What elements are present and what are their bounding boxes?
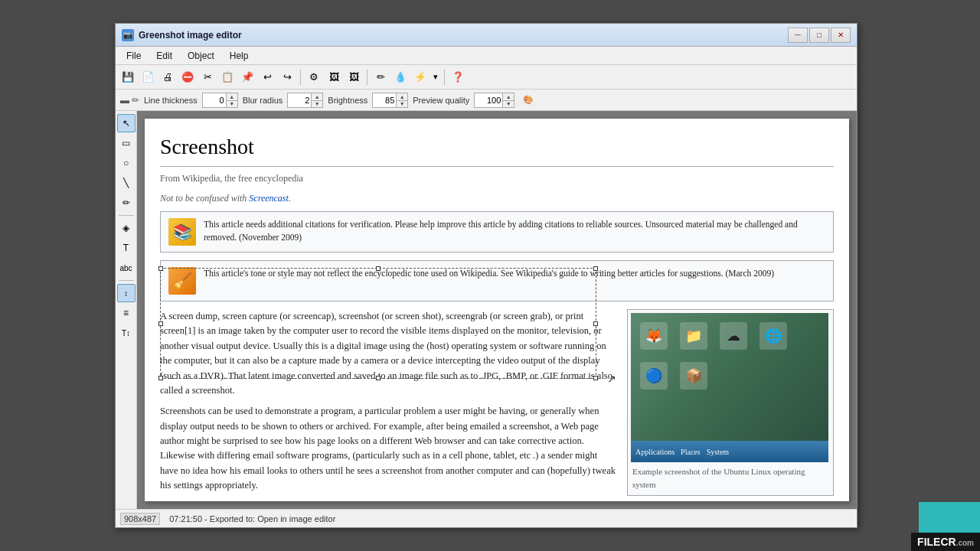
select-tool[interactable]: ↖ [117, 114, 136, 132]
lt-sep2 [119, 280, 134, 281]
confused-notice: Not to be confused with Screencast. [160, 191, 834, 205]
open-button[interactable]: 🖼 [345, 68, 363, 86]
desktop-icon-2: 📁 [680, 322, 707, 350]
line-thickness-spinbox[interactable]: 0 ▲ ▼ [202, 93, 238, 108]
title-bar: 📷 Greenshot image editor ─ □ ✕ [116, 24, 857, 47]
blur-radius-input[interactable]: 2 [288, 93, 311, 107]
infobox-citations-text: This article needs additional citations … [204, 218, 825, 245]
options-bar: ▬ ✏ Line thickness 0 ▲ ▼ Blur radius 2 ▲… [116, 90, 857, 111]
blur-radius-down[interactable]: ▼ [312, 100, 322, 107]
menu-object[interactable]: Object [180, 47, 222, 64]
brightness-arrows: ▲ ▼ [396, 93, 407, 107]
pencil-icon: ✏ [132, 95, 139, 106]
crop-tool[interactable]: ▭ [117, 134, 136, 152]
line-thickness-arrows: ▲ ▼ [226, 93, 237, 107]
close-button[interactable]: ✕ [831, 28, 851, 43]
minimize-button[interactable]: ─ [788, 28, 808, 43]
text-tool[interactable]: T [117, 239, 136, 257]
line-tool[interactable]: ╲ [117, 174, 136, 192]
taskbar-places: Places [681, 446, 701, 458]
app-icon: 📷 [122, 29, 134, 41]
brightness-up[interactable]: ▲ [397, 93, 407, 100]
line-thickness-input[interactable]: 0 [203, 93, 226, 107]
infobox2-content: This article's tone or style may not ref… [204, 269, 774, 278]
desktop-icon-5: 🔵 [640, 362, 668, 390]
draw-button[interactable]: ✏ [371, 68, 390, 86]
main-window: 📷 Greenshot image editor ─ □ ✕ File Edit… [115, 23, 858, 528]
toolbar-sep1 [300, 70, 301, 85]
line-thickness-label: Line thickness [144, 96, 198, 105]
article-text: A screen dump, screen capture (or screen… [160, 309, 616, 500]
window-controls: ─ □ ✕ [788, 28, 851, 43]
taskbar-system: System [707, 446, 729, 458]
image-caption: Example screenshot of the Ubuntu Linux o… [631, 462, 830, 492]
save-button[interactable]: 💾 [119, 68, 137, 86]
new-button[interactable]: 📄 [139, 68, 157, 86]
article-body: A screen dump, screen capture (or screen… [160, 309, 834, 500]
pencil-tool[interactable]: ✏ [117, 194, 136, 212]
color-picker-button[interactable]: 🎨 [519, 91, 537, 109]
restore-button[interactable]: □ [809, 28, 829, 43]
book-icon: 📚 [168, 218, 196, 246]
resize-cursor: ↗ [607, 373, 616, 385]
canvas-area[interactable]: Screenshot From Wikipedia, the free ency… [137, 111, 857, 509]
highlight-button[interactable]: ⚡ [411, 68, 430, 86]
desktop-icon-1: 🦊 [640, 322, 668, 350]
infobox-tone-text: This article's tone or style may not ref… [204, 267, 774, 280]
undo-button[interactable]: ↩ [258, 68, 276, 86]
article: Screenshot From Wikipedia, the free ency… [145, 119, 849, 501]
confused-text: Not to be confused with [160, 193, 247, 204]
stop-button[interactable]: ⛔ [178, 68, 197, 86]
toolbar-sep2 [367, 70, 368, 85]
effects-button[interactable]: ⚙ [305, 68, 323, 86]
desktop-icon-6: 📦 [680, 362, 707, 390]
dropdown-arrow[interactable]: ▾ [431, 68, 440, 86]
ellipse-tool[interactable]: ○ [117, 154, 136, 172]
highlight-tool[interactable]: ◈ [117, 219, 136, 237]
main-area: ↖ ▭ ○ ╲ ✏ ◈ T abc ↕ ≡ T↕ Screenshot From… [116, 111, 857, 509]
menu-file[interactable]: File [119, 47, 149, 64]
menu-help[interactable]: Help [222, 47, 256, 64]
line-thickness-up[interactable]: ▲ [227, 93, 237, 100]
color-button[interactable]: 💧 [391, 68, 410, 86]
brightness-spinbox[interactable]: 85 ▲ ▼ [372, 93, 408, 108]
line-icon: ▬ [120, 95, 129, 106]
watermark-sub: .com [956, 539, 974, 547]
preview-quality-label: Preview quality [413, 96, 469, 105]
paste-button[interactable]: 📌 [238, 68, 256, 86]
print-button[interactable]: 🖨 [158, 68, 177, 86]
infobox1-content: This article needs additional citations … [204, 220, 798, 242]
obfuscate-tool[interactable]: ≡ [117, 304, 136, 322]
blur-radius-spinbox[interactable]: 2 ▲ ▼ [287, 93, 323, 108]
blur-radius-up[interactable]: ▲ [312, 93, 322, 100]
redo-button[interactable]: ↪ [278, 68, 296, 86]
watermark-text: FILECR [917, 536, 956, 548]
teal-decoration [919, 502, 980, 533]
copy-button[interactable]: 📋 [218, 68, 237, 86]
preview-quality-input[interactable]: 100 [475, 93, 502, 107]
menu-edit[interactable]: Edit [149, 47, 180, 64]
line-thickness-down[interactable]: ▼ [227, 100, 237, 107]
brightness-down[interactable]: ▼ [397, 100, 407, 107]
taskbar-menu: Applications [635, 446, 675, 458]
infobox-citations: 📚 This article needs additional citation… [160, 211, 834, 253]
speech-tool[interactable]: abc [117, 259, 136, 277]
preview-quality-up[interactable]: ▲ [503, 93, 514, 100]
zoom-tool[interactable]: T↕ [117, 324, 136, 342]
main-toolbar: 💾 📄 🖨 ⛔ ✂ 📋 📌 ↩ ↪ ⚙ 🖼 🖼 ✏ 💧 ⚡ ▾ ❓ [116, 65, 857, 90]
preview-quality-down[interactable]: ▼ [503, 100, 514, 107]
help-button[interactable]: ❓ [449, 68, 467, 86]
desktop-icon-4: 🌐 [760, 322, 787, 350]
brightness-input[interactable]: 85 [373, 93, 396, 107]
confused-link[interactable]: Screencast [249, 193, 289, 204]
capture-button[interactable]: 🖼 [325, 68, 343, 86]
body-paragraph-2: Screenshots can be used to demonstrate a… [160, 404, 616, 493]
preview-quality-spinbox[interactable]: 100 ▲ ▼ [474, 93, 514, 108]
menu-bar: File Edit Object Help [116, 47, 857, 65]
counter-tool[interactable]: ↕ [117, 284, 136, 302]
watermark: FILECR.com [911, 533, 980, 551]
cut-button[interactable]: ✂ [198, 68, 217, 86]
dimensions-display: 908x487 [120, 513, 160, 525]
fake-taskbar: Applications Places System [631, 441, 828, 462]
left-toolbar: ↖ ▭ ○ ╲ ✏ ◈ T abc ↕ ≡ T↕ [116, 111, 137, 509]
